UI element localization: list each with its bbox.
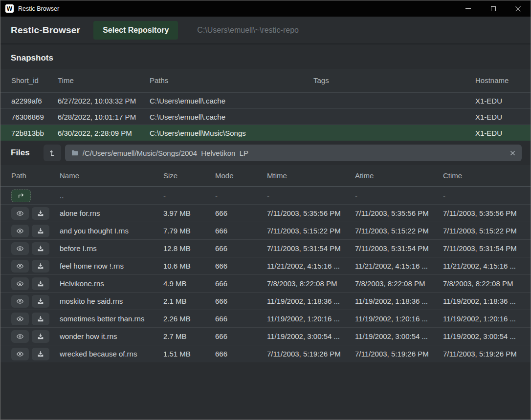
download-file-button[interactable] bbox=[32, 330, 49, 343]
navigate-up-button[interactable] bbox=[11, 189, 31, 202]
maximize-button[interactable] bbox=[481, 0, 506, 17]
download-file-button[interactable] bbox=[32, 313, 49, 325]
snapshots-table-header: Short_id Time Paths Tags Hostname bbox=[0, 69, 531, 92]
file-size: 2.1 MB bbox=[163, 297, 215, 305]
file-actions bbox=[11, 277, 60, 290]
file-name: alone for.rns bbox=[60, 209, 163, 217]
file-mtime: - bbox=[267, 191, 355, 200]
file-actions bbox=[11, 225, 60, 237]
file-name: before I.rns bbox=[60, 244, 163, 252]
column-header-mode: Mode bbox=[215, 171, 267, 180]
snapshot-hostname: X1-EDU bbox=[475, 129, 526, 137]
file-row: sometimes better than.rns2.26 MB66611/19… bbox=[0, 310, 531, 327]
file-mode: - bbox=[215, 191, 267, 200]
snapshot-short-id: a2299af6 bbox=[11, 97, 58, 105]
file-mode: 666 bbox=[215, 297, 267, 305]
file-size: 1.51 MB bbox=[163, 350, 215, 358]
file-ctime: - bbox=[443, 191, 526, 200]
download-icon bbox=[37, 245, 44, 252]
preview-file-button[interactable] bbox=[11, 348, 29, 360]
file-ctime: 7/11/2003, 5:31:54 PM bbox=[443, 244, 526, 252]
file-row: alone for.rns3.97 MB6667/11/2003, 5:35:5… bbox=[0, 204, 531, 222]
file-actions bbox=[11, 295, 60, 308]
eye-icon bbox=[16, 315, 24, 323]
snapshot-time: 6/27/2022, 10:03:32 PM bbox=[58, 97, 150, 105]
file-atime: 11/19/2002, 3:00:54 ... bbox=[355, 332, 443, 340]
preview-file-button[interactable] bbox=[11, 277, 29, 290]
preview-file-button[interactable] bbox=[11, 313, 29, 325]
file-size: 12.8 MB bbox=[163, 244, 215, 252]
snapshot-paths: C:\Users\emuell\Music\Songs bbox=[150, 129, 313, 137]
download-icon bbox=[37, 297, 44, 305]
file-actions bbox=[11, 207, 60, 220]
eye-icon bbox=[16, 262, 24, 270]
column-header-hostname: Hostname bbox=[475, 76, 526, 84]
preview-file-button[interactable] bbox=[11, 295, 29, 308]
file-mode: 666 bbox=[215, 262, 267, 270]
download-file-button[interactable] bbox=[32, 242, 49, 255]
download-icon bbox=[37, 280, 44, 288]
files-title: Files bbox=[11, 148, 30, 158]
minimize-button[interactable] bbox=[456, 0, 481, 17]
file-atime: 7/11/2003, 5:35:56 PM bbox=[355, 209, 443, 217]
eye-icon bbox=[16, 280, 24, 288]
file-atime: - bbox=[355, 191, 443, 200]
file-atime: 7/11/2003, 5:19:26 PM bbox=[355, 350, 443, 358]
file-ctime: 11/21/2002, 4:15:16 ... bbox=[443, 262, 526, 270]
file-ctime: 7/11/2003, 5:19:26 PM bbox=[443, 350, 526, 358]
files-table-header: Path Name Size Mode Mtime Atime Ctime bbox=[0, 165, 531, 187]
file-actions bbox=[11, 242, 60, 255]
window-controls bbox=[456, 0, 531, 17]
preview-file-button[interactable] bbox=[11, 330, 29, 343]
download-file-button[interactable] bbox=[32, 277, 49, 290]
file-row: moskito he said.rns2.1 MB66611/19/2002, … bbox=[0, 292, 531, 310]
preview-file-button[interactable] bbox=[11, 242, 29, 255]
go-to-parent-directory-button[interactable] bbox=[44, 145, 61, 161]
column-header-paths: Paths bbox=[150, 76, 313, 84]
file-size: 10.6 MB bbox=[163, 262, 215, 270]
file-mtime: 7/11/2003, 5:19:26 PM bbox=[267, 350, 355, 358]
download-file-button[interactable] bbox=[32, 207, 49, 220]
window-title: Restic Browser bbox=[18, 5, 59, 12]
file-atime: 7/11/2003, 5:15:22 PM bbox=[355, 227, 443, 235]
preview-file-button[interactable] bbox=[11, 260, 29, 273]
snapshot-row[interactable]: 76306869 6/28/2022, 10:01:17 PM C:\Users… bbox=[0, 108, 531, 125]
file-actions bbox=[11, 260, 60, 273]
column-header-short-id: Short_id bbox=[11, 76, 58, 84]
close-icon bbox=[509, 150, 516, 156]
file-name: and you thought I.rns bbox=[60, 227, 163, 235]
download-file-button[interactable] bbox=[32, 295, 49, 308]
file-mtime: 7/11/2003, 5:35:56 PM bbox=[267, 209, 355, 217]
file-ctime: 7/11/2003, 5:35:56 PM bbox=[443, 209, 526, 217]
download-file-button[interactable] bbox=[32, 225, 49, 237]
file-name: moskito he said.rns bbox=[60, 297, 163, 305]
column-header-time: Time bbox=[58, 76, 150, 84]
file-mode: 666 bbox=[215, 279, 267, 288]
download-file-button[interactable] bbox=[32, 260, 49, 273]
repository-path: C:\Users\emuell\~\restic-repo bbox=[197, 26, 299, 35]
snapshot-hostname: X1-EDU bbox=[475, 113, 526, 121]
preview-file-button[interactable] bbox=[11, 225, 29, 237]
clear-path-button[interactable] bbox=[506, 150, 516, 156]
close-button[interactable] bbox=[506, 0, 531, 17]
select-repository-button[interactable]: Select Repository bbox=[93, 21, 178, 40]
file-name: wonder how it.rns bbox=[60, 332, 163, 340]
file-mode: 666 bbox=[215, 332, 267, 340]
file-mode: 666 bbox=[215, 244, 267, 252]
file-mtime: 11/19/2002, 1:20:16 ... bbox=[267, 315, 355, 323]
file-mtime: 7/11/2003, 5:15:22 PM bbox=[267, 227, 355, 235]
file-name: wrecked because of.rns bbox=[60, 350, 163, 358]
close-icon bbox=[515, 6, 521, 12]
file-mode: 666 bbox=[215, 350, 267, 358]
snapshot-row-selected[interactable]: 72b813bb 6/30/2022, 2:28:09 PM C:\Users\… bbox=[0, 125, 531, 141]
preview-file-button[interactable] bbox=[11, 207, 29, 220]
file-ctime: 7/11/2003, 5:15:22 PM bbox=[443, 227, 526, 235]
file-size: 4.9 MB bbox=[163, 279, 215, 288]
file-atime: 7/11/2003, 5:31:54 PM bbox=[355, 244, 443, 252]
file-actions bbox=[11, 330, 60, 343]
snapshot-row[interactable]: a2299af6 6/27/2022, 10:03:32 PM C:\Users… bbox=[0, 92, 531, 108]
download-file-button[interactable] bbox=[32, 348, 49, 360]
file-actions bbox=[11, 313, 60, 325]
file-row: wrecked because of.rns1.51 MB6667/11/200… bbox=[0, 345, 531, 362]
current-path-bar[interactable]: /C/Users/emuell/Music/Songs/2004_Helveti… bbox=[65, 145, 522, 161]
